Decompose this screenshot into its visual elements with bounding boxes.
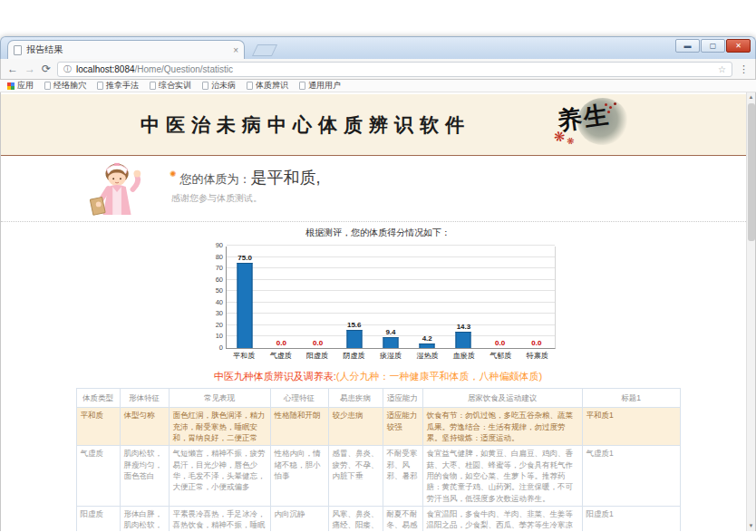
chart-plot-area: 0102030405060708090 75.00.00.015.69.44.2… — [226, 247, 556, 349]
bar-value-label: 14.3 — [445, 323, 481, 331]
bar-slot: 14.3 — [445, 247, 481, 348]
table-cell: 食宜温阳，多食牛肉、羊肉、韭菜、生姜等温阳之品，少食梨、西瓜、荸荠等生冷寒凉食物… — [422, 506, 582, 531]
table-cell: 食宜益气健脾，如黄豆、白扁豆、鸡肉、香菇、大枣、桂圆、蜂蜜等，少食具有耗气作用的… — [422, 446, 582, 507]
browser-window: 报告结果 × ▬ ▢ ✕ ← → ⟳ ⓘ localhost:8084/Home… — [0, 36, 756, 532]
table-row: 阳虚质形体白胖，肌肉松软，面色冷白平素畏冷喜热，手足冰冷，喜热饮食，精神不振，睡… — [76, 506, 680, 531]
forward-icon[interactable]: → — [24, 63, 35, 74]
page-icon — [44, 82, 51, 90]
browser-menu-icon[interactable]: ⋮ — [739, 63, 749, 75]
bar-slot: 9.4 — [373, 247, 409, 348]
tab-strip: 报告结果 × ▬ ▢ ✕ — [0, 36, 756, 59]
table-cell: 不耐受寒邪、风邪、暑邪 — [383, 446, 422, 507]
constitution-result-line: ✺ 您的体质为： 是平和质, — [170, 167, 321, 189]
bookmark-item[interactable]: 体质辨识 — [247, 80, 288, 92]
bookmark-label: 治未病 — [211, 80, 236, 92]
result-value-text: 是平和质, — [251, 167, 321, 189]
bar-value-label: 0.0 — [482, 339, 519, 347]
nurse-illustration — [86, 160, 151, 218]
y-tick-label: 80 — [205, 253, 223, 261]
scroll-up-icon[interactable]: ▲ — [747, 92, 755, 102]
bar-slot: 4.2 — [409, 247, 445, 348]
browser-toolbar: ← → ⟳ ⓘ localhost:8084/Home/Question/sta… — [0, 59, 756, 80]
table-cell: 体型匀称 — [120, 408, 169, 446]
bar-value-label: 0.0 — [519, 339, 555, 347]
y-tick-label: 10 — [205, 332, 223, 340]
table-cell: 肌肉松软，胖瘦均匀，面色苍白 — [120, 446, 169, 507]
back-icon[interactable]: ← — [7, 63, 18, 74]
table-cell: 饮食有节：勿饥过饱，多吃五谷杂粮、蔬菜瓜果。劳逸结合：生活有规律，勿过度劳累。坚… — [422, 408, 582, 446]
x-tick-label: 阳虚质 — [299, 351, 335, 361]
table-cell: 平素畏冷喜热，手足冰冷，喜热饮食，精神不振，睡眠偏多，口唇色淡，毛发易落，易出汗… — [169, 506, 270, 531]
score-chart: 根据测评，您的体质得分情况如下： 0102030405060708090 75.… — [200, 227, 556, 361]
tab-close-icon[interactable]: × — [233, 45, 238, 55]
table-cell: 面色红润，肤色润泽，精力充沛，耐受寒热，睡眠安和，胃纳良好，二便正常 — [169, 408, 270, 446]
window-controls: ▬ ▢ ✕ — [675, 39, 751, 53]
vertical-scrollbar[interactable]: ▲ ▼ — [746, 92, 755, 531]
y-tick-label: 40 — [205, 298, 223, 306]
table-row: 平和质体型匀称面色红润，肤色润泽，精力充沛，耐受寒热，睡眠安和，胃纳良好，二便正… — [76, 408, 680, 446]
x-tick-label: 特禀质 — [519, 351, 556, 361]
bookmark-item[interactable]: 综合实训 — [150, 80, 191, 92]
page-icon — [299, 82, 305, 90]
table-title-main: 中医九种体质辨识及调养表: — [214, 371, 336, 382]
x-tick-label: 平和质 — [226, 351, 262, 361]
table-cell: 气虚质 — [76, 446, 120, 507]
table-title: 中医九种体质辨识及调养表:(人分九种：一种健康平和体质，八种偏颇体质) — [1, 370, 755, 383]
table-header-cell: 适应能力 — [383, 389, 422, 408]
scrollbar-thumb[interactable] — [748, 103, 755, 241]
apps-grid-icon — [7, 82, 15, 90]
constitution-table: 体质类型形体特征常见表现心理特征易患疾病适应能力居家饮食及运动建议标题1 平和质… — [76, 388, 681, 531]
y-tick-label: 90 — [205, 241, 223, 249]
table-cell: 形体白胖，肌肉松软，面色冷白 — [120, 506, 169, 531]
table-header-cell: 心理特征 — [270, 389, 328, 408]
chart-x-labels: 平和质气虚质阳虚质阴虚质痰湿质湿热质血瘀质气郁质特禀质 — [226, 351, 556, 361]
dotted-divider — [1, 221, 755, 222]
table-cell: 感冒、鼻炎、疲劳、不孕、内脏下垂 — [328, 446, 383, 507]
bar — [346, 330, 362, 348]
address-bar[interactable]: ⓘ localhost:8084/Home/Question/statistic… — [57, 62, 732, 77]
table-cell: 风寒、鼻炎、痛经、阳痿、风湿关节炎、宫寒不孕 — [328, 506, 383, 531]
bookmark-label: 应用 — [17, 80, 34, 92]
table-header-cell: 体质类型 — [76, 389, 120, 408]
x-tick-label: 痰湿质 — [373, 351, 409, 361]
bar-value-label: 4.2 — [409, 334, 445, 343]
window-minimize-button[interactable]: ▬ — [675, 39, 700, 53]
table-cell: 平和质1 — [582, 408, 680, 446]
page-icon — [97, 82, 103, 90]
bookmark-item[interactable]: 经络腧穴 — [44, 80, 86, 92]
page-info-icon[interactable]: ⓘ — [63, 63, 72, 75]
bookmark-item[interactable]: 推拿手法 — [97, 80, 139, 92]
new-tab-button[interactable] — [252, 44, 277, 56]
bookmark-label: 体质辨识 — [256, 80, 288, 92]
result-prefix-label: 您的体质为： — [180, 171, 251, 188]
window-maximize-button[interactable]: ▢ — [701, 39, 725, 53]
tab-title: 报告结果 — [26, 44, 228, 56]
bar-slot: 0.0 — [519, 247, 555, 348]
bar — [383, 337, 398, 348]
browser-tab[interactable]: 报告结果 × — [7, 40, 245, 59]
bookmark-label: 通用用户 — [308, 80, 341, 92]
bar-slot: 75.0 — [227, 247, 263, 348]
bar-slot: 0.0 — [482, 247, 519, 348]
bookmark-item[interactable]: 应用 — [7, 80, 34, 92]
result-section: ✺ 您的体质为： 是平和质, 感谢您参与体质测试。 — [1, 156, 755, 221]
bookmark-item[interactable]: 治未病 — [202, 80, 236, 92]
bookmark-label: 推拿手法 — [106, 80, 139, 92]
bar-value-label: 0.0 — [299, 339, 335, 347]
table-header-cell: 易患疾病 — [328, 389, 383, 408]
bookmark-star-icon[interactable]: ☆ — [718, 64, 726, 74]
table-header-row: 体质类型形体特征常见表现心理特征易患疾病适应能力居家饮食及运动建议标题1 — [76, 389, 680, 408]
window-close-button[interactable]: ✕ — [726, 39, 751, 53]
refresh-icon[interactable]: ⟳ — [42, 63, 51, 74]
table-header-cell: 居家饮食及运动建议 — [422, 389, 582, 408]
bookmark-item[interactable]: 通用用户 — [299, 80, 341, 92]
y-tick-label: 60 — [205, 276, 223, 284]
table-cell: 气虚质1 — [582, 446, 680, 507]
bar-slot: 0.0 — [299, 247, 335, 348]
scroll-down-icon[interactable]: ▼ — [747, 521, 755, 531]
bar-value-label: 9.4 — [373, 328, 409, 336]
page-title: 中医治未病中心体质辨识软件 — [1, 94, 610, 155]
url-path: /Home/Question/statistic — [135, 64, 233, 74]
table-header-cell: 标题1 — [582, 389, 680, 408]
bar — [237, 263, 253, 348]
